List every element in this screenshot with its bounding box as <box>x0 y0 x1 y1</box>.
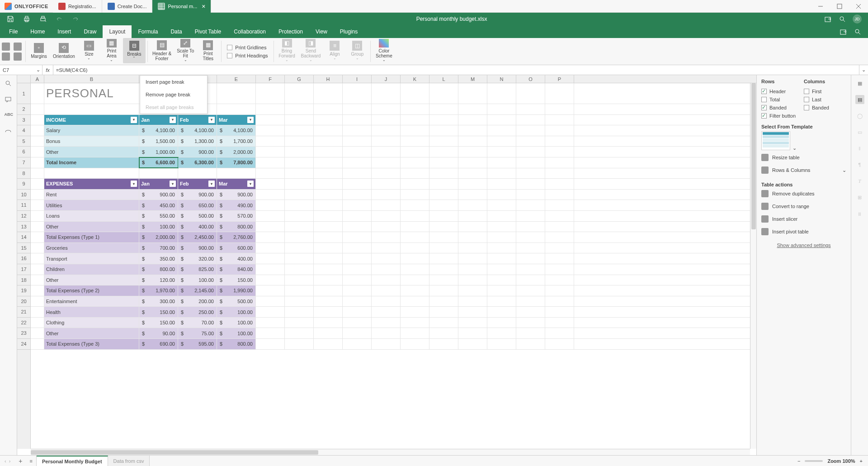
cell[interactable] <box>372 253 401 264</box>
cell[interactable] <box>545 200 574 210</box>
cell[interactable] <box>285 115 314 125</box>
cell[interactable] <box>516 179 545 189</box>
cell[interactable] <box>285 190 314 200</box>
cell[interactable] <box>401 328 429 338</box>
cell[interactable] <box>516 307 545 317</box>
cell[interactable]: $1,000.00 <box>139 147 178 157</box>
col-header-K[interactable]: K <box>401 75 429 83</box>
cell[interactable] <box>545 232 574 243</box>
cell[interactable] <box>429 190 458 200</box>
cell[interactable] <box>516 318 545 328</box>
cell[interactable] <box>343 222 372 232</box>
cell[interactable] <box>285 200 314 210</box>
cell[interactable]: Total Income <box>44 157 139 168</box>
cell[interactable] <box>256 232 285 243</box>
cell[interactable]: $500.00 <box>178 211 217 221</box>
cell[interactable]: Entertainment <box>44 296 139 307</box>
cell[interactable] <box>516 339 545 349</box>
zoom-out-icon[interactable]: − <box>797 458 800 464</box>
cell[interactable] <box>429 307 458 317</box>
cell[interactable]: $4,100.00 <box>139 125 178 136</box>
cell[interactable]: Other <box>44 275 139 285</box>
cell[interactable] <box>285 253 314 264</box>
paste-icon[interactable] <box>2 52 10 61</box>
cell[interactable] <box>343 179 372 189</box>
table-header-cell[interactable]: INCOME▾ <box>44 115 139 125</box>
filter-dropdown-icon[interactable]: ▾ <box>170 117 176 123</box>
cell[interactable] <box>545 285 574 296</box>
cell[interactable]: $800.00 <box>217 339 256 349</box>
menu-pivot-table[interactable]: Pivot Table <box>189 25 227 38</box>
zoom-in-icon[interactable]: + <box>860 458 863 464</box>
cell[interactable] <box>516 253 545 264</box>
cell[interactable] <box>256 147 285 157</box>
cell[interactable]: Rent <box>44 190 139 200</box>
select-all-corner[interactable] <box>17 75 31 83</box>
cell[interactable] <box>343 211 372 221</box>
cell[interactable] <box>401 83 429 104</box>
cell[interactable] <box>429 168 458 179</box>
cell[interactable] <box>31 125 44 136</box>
cell[interactable]: Transport <box>44 253 139 264</box>
cell[interactable] <box>256 200 285 210</box>
cell[interactable] <box>256 339 285 349</box>
cell[interactable] <box>487 168 516 179</box>
cell[interactable] <box>458 136 487 147</box>
cell[interactable] <box>401 200 429 210</box>
menu-home[interactable]: Home <box>24 25 51 38</box>
cell[interactable] <box>31 318 44 328</box>
scale-to-fit-button[interactable]: ⤢Scale To Fit⌄ <box>174 38 197 63</box>
cell[interactable] <box>458 264 487 275</box>
col-header-I[interactable]: I <box>343 75 372 83</box>
cell[interactable] <box>429 275 458 285</box>
insert-slicer-button[interactable]: Insert slicer <box>761 213 846 225</box>
cell[interactable] <box>343 285 372 296</box>
spreadsheet-grid[interactable]: Insert page break Remove page break Rese… <box>17 75 756 455</box>
cell-settings-icon[interactable]: ▦ <box>855 79 864 88</box>
cell[interactable] <box>256 125 285 136</box>
cell[interactable]: $2,450.00 <box>178 232 217 243</box>
cell[interactable]: $400.00 <box>178 222 217 232</box>
cell[interactable] <box>314 168 343 179</box>
cell[interactable] <box>401 285 429 296</box>
cell[interactable] <box>516 200 545 210</box>
comments-panel-icon[interactable] <box>5 96 13 104</box>
cell[interactable] <box>487 125 516 136</box>
pivot-settings-icon[interactable]: ⊞ <box>855 193 864 202</box>
cell[interactable] <box>545 318 574 328</box>
cell[interactable] <box>372 136 401 147</box>
doc-tab-create[interactable]: Create Doc... <box>102 0 153 13</box>
cell[interactable] <box>285 147 314 157</box>
filter-dropdown-icon[interactable]: ▾ <box>247 117 254 123</box>
print-icon[interactable] <box>23 15 31 23</box>
cell[interactable] <box>458 275 487 285</box>
user-avatar[interactable]: JD <box>853 14 862 24</box>
cell[interactable]: $120.00 <box>139 275 178 285</box>
cell[interactable] <box>372 211 401 221</box>
print-area-button[interactable]: ▦Print Area⌄ <box>100 38 123 63</box>
redo-icon[interactable] <box>71 15 80 23</box>
col-header-B[interactable]: B <box>44 75 139 83</box>
cell[interactable]: $2,000.00 <box>139 232 178 243</box>
remove-duplicates-button[interactable]: Remove duplicates <box>761 187 846 200</box>
template-dropdown-icon[interactable]: ⌄ <box>793 145 797 151</box>
row-header-6[interactable]: 6 <box>17 147 30 157</box>
cell[interactable]: $90.00 <box>139 328 178 338</box>
menu-layout[interactable]: Layout <box>103 25 132 38</box>
table-header-cell[interactable]: Mar▾ <box>217 115 256 125</box>
cells-area[interactable]: PERSONALINCOME▾Jan▾Feb▾Mar▾Salary$4,100.… <box>31 83 756 449</box>
cell[interactable] <box>545 157 574 168</box>
cell[interactable] <box>285 168 314 179</box>
menu-plugins[interactable]: Plugins <box>334 25 364 38</box>
cell[interactable] <box>516 243 545 253</box>
row-header-4[interactable]: 4 <box>17 125 30 136</box>
row-header-12[interactable]: 12 <box>17 211 30 222</box>
menu-draw[interactable]: Draw <box>77 25 103 38</box>
cell[interactable] <box>256 243 285 253</box>
cell[interactable] <box>545 136 574 147</box>
cell[interactable] <box>372 147 401 157</box>
cell[interactable] <box>458 125 487 136</box>
cell[interactable]: Health <box>44 307 139 317</box>
cell[interactable] <box>31 136 44 147</box>
cell[interactable] <box>314 157 343 168</box>
